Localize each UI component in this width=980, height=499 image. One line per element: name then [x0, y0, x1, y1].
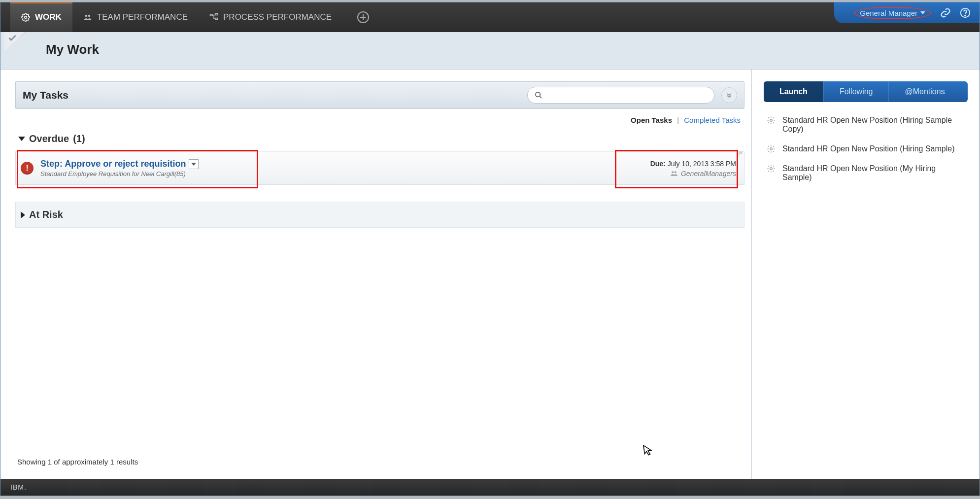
section-overdue-count: (1) [73, 133, 85, 144]
alert-icon: ! [21, 162, 34, 175]
link-icon[interactable] [940, 7, 951, 18]
section-at-risk[interactable]: At Risk [15, 202, 744, 228]
task-group: GeneralManagers [681, 170, 736, 178]
gear-icon [767, 144, 776, 153]
chevron-down-icon [920, 11, 925, 14]
launch-item[interactable]: Standard HR Open New Position (My Hiring… [767, 164, 965, 182]
top-navbar: WORK TEAM PERFORMANCE PROCESS PERFORMANC… [0, 2, 980, 32]
footer-bar: IBM. [0, 479, 980, 496]
user-name: General Manager [860, 9, 917, 17]
task-due-label: Due: [650, 160, 666, 168]
side-tab-label: @Mentions [905, 87, 945, 96]
filter-separator: | [677, 116, 679, 124]
launch-list: Standard HR Open New Position (Hiring Sa… [764, 116, 968, 182]
check-icon [7, 33, 17, 43]
chevron-right-icon [21, 212, 25, 218]
svg-rect-3 [210, 14, 213, 16]
filter-open-tasks[interactable]: Open Tasks [631, 116, 672, 124]
launch-item[interactable]: Standard HR Open New Position (Hiring Sa… [767, 144, 965, 153]
search-wrap [527, 87, 714, 104]
group-icon [670, 171, 678, 177]
help-icon[interactable] [960, 7, 971, 18]
nav-tab-label: PROCESS PERFORMANCE [223, 12, 332, 22]
gear-icon [767, 164, 776, 173]
nav-tab-label: TEAM PERFORMANCE [97, 12, 188, 22]
add-tab-button[interactable] [357, 11, 369, 23]
section-overdue-label: Overdue [29, 133, 69, 144]
user-menu[interactable]: General Manager [854, 7, 931, 19]
svg-rect-5 [215, 18, 218, 20]
svg-point-1 [85, 15, 88, 17]
chevron-down-icon [18, 137, 25, 141]
gear-icon [21, 13, 30, 22]
task-item[interactable]: ! Step: Approve or reject requisition St… [15, 151, 744, 185]
side-tab-launch[interactable]: Launch [764, 81, 823, 102]
flag-icon[interactable] [738, 151, 745, 158]
search-input[interactable] [542, 91, 707, 99]
side-tab-label: Launch [779, 87, 808, 96]
side-tab-following[interactable]: Following [823, 81, 889, 102]
main-panel: My Tasks Open Tasks | Completed [0, 70, 752, 479]
side-tab-mentions[interactable]: @Mentions [888, 81, 960, 102]
filter-completed-tasks[interactable]: Completed Tasks [684, 116, 741, 124]
svg-point-11 [675, 171, 676, 173]
svg-point-0 [25, 16, 27, 19]
launch-item-label: Standard HR Open New Position (Hiring Sa… [782, 144, 954, 153]
search-icon [535, 91, 542, 99]
footer-brand: IBM. [10, 483, 27, 491]
launch-item-label: Standard HR Open New Position (My Hiring… [782, 164, 965, 182]
my-tasks-title: My Tasks [23, 89, 68, 101]
chevron-down-icon [191, 163, 196, 166]
side-tab-label: Following [840, 87, 873, 96]
task-title-link[interactable]: Step: Approve or reject requisition [40, 159, 186, 169]
svg-point-7 [965, 15, 966, 16]
svg-point-14 [770, 168, 773, 170]
svg-rect-9 [739, 151, 740, 157]
svg-point-2 [88, 15, 91, 17]
launch-item[interactable]: Standard HR Open New Position (Hiring Sa… [767, 116, 965, 134]
section-overdue[interactable]: Overdue (1) [15, 129, 744, 148]
cursor-pointer-icon [642, 443, 654, 458]
svg-rect-4 [215, 14, 218, 15]
gear-icon [767, 116, 776, 125]
section-at-risk-label: At Risk [29, 209, 63, 220]
task-actions-dropdown[interactable] [189, 159, 199, 169]
branch-icon [209, 13, 218, 22]
nav-tab-label: WORK [35, 12, 62, 22]
side-panel: Launch Following @Mentions Standard HR O… [752, 70, 980, 479]
nav-tab-work[interactable]: WORK [10, 2, 72, 32]
people-icon [83, 13, 92, 22]
page-title: My Work [46, 42, 962, 57]
navbar-right: General Manager [834, 2, 980, 23]
svg-point-13 [770, 148, 773, 150]
nav-tab-team-performance[interactable]: TEAM PERFORMANCE [72, 2, 199, 32]
collapse-button[interactable] [721, 87, 737, 103]
my-tasks-header: My Tasks [15, 81, 744, 109]
task-subtitle: Standard Employee Requisition for Neel C… [40, 170, 199, 178]
svg-point-8 [536, 92, 540, 97]
task-due-value: July 10, 2013 3:58 PM [668, 160, 736, 168]
svg-point-12 [770, 119, 773, 122]
launch-item-label: Standard HR Open New Position (Hiring Sa… [782, 116, 965, 134]
nav-tab-process-performance[interactable]: PROCESS PERFORMANCE [199, 2, 342, 32]
results-footer: Showing 1 of approximately 1 results [15, 449, 744, 479]
svg-point-10 [672, 171, 674, 173]
side-tabs: Launch Following @Mentions [764, 81, 968, 102]
page-header: My Work [0, 32, 980, 70]
task-filter-row: Open Tasks | Completed Tasks [15, 109, 744, 129]
